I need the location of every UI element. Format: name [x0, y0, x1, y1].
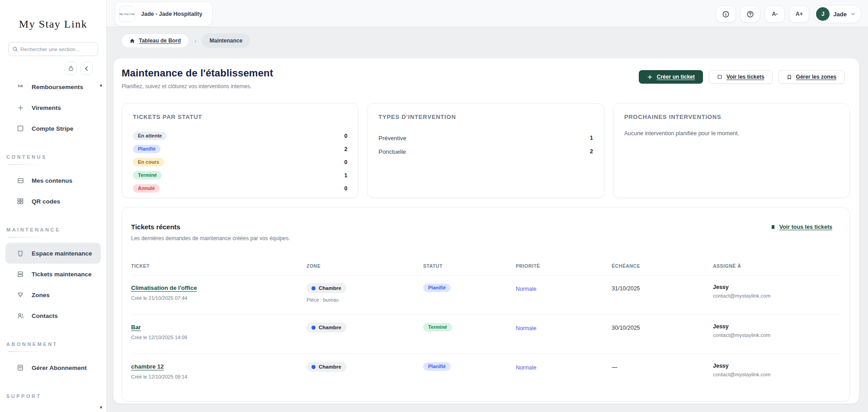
- sidebar-item-mes-contenus[interactable]: Mes contenus: [5, 170, 101, 191]
- ticket-title-link[interactable]: chambre 12: [131, 363, 164, 370]
- section-title: MAINTENANCE: [0, 227, 106, 232]
- status-badge: En cours: [133, 158, 164, 166]
- scroll-up-indicator[interactable]: ▲: [99, 83, 103, 87]
- column-header: Ticket: [131, 263, 307, 275]
- font-increase-button[interactable]: A+: [789, 5, 809, 23]
- ticket-title-link[interactable]: Bar: [131, 324, 141, 331]
- sidebar-item-virements[interactable]: Virements: [5, 97, 101, 118]
- sidebar-item-compte-stripe[interactable]: Compte Stripe: [5, 118, 101, 139]
- create-ticket-button[interactable]: Créer un ticket: [639, 70, 703, 84]
- sidebar-item-gerer-abonnement[interactable]: Gérer Abonnement: [5, 357, 101, 378]
- card-title: TYPES D'INTERVENTION: [378, 114, 593, 120]
- lock-icon: [68, 65, 74, 71]
- user-menu[interactable]: J Jade: [813, 5, 862, 23]
- assignee-name: Jessy: [713, 283, 840, 290]
- sidebar-item-label: Remboursements: [32, 84, 83, 90]
- status-badge: En attente: [133, 132, 167, 140]
- sidebar-item-qr-codes[interactable]: QR codes: [5, 191, 101, 212]
- sidebar-item-label: Mes contenus: [32, 177, 72, 184]
- zone-dot-icon: [311, 286, 316, 290]
- manage-zones-button[interactable]: Gérer les zones: [778, 70, 844, 84]
- section-divider: [8, 351, 45, 352]
- sidebar-section-support: SUPPORT: [0, 393, 106, 399]
- sidebar-item-zones[interactable]: Zones: [5, 284, 101, 305]
- recent-tickets-section: Tickets récents Les dernières demandes d…: [122, 207, 850, 402]
- people-icon: [16, 312, 24, 320]
- scroll-down-indicator[interactable]: ▼: [99, 406, 103, 410]
- tickets-table: Ticket Zone Statut Priorité Échéance Ass…: [131, 263, 840, 393]
- square-icon: [717, 74, 722, 80]
- bookmark-icon: [770, 224, 776, 230]
- lock-button[interactable]: [65, 62, 77, 75]
- sidebar-item-label: Zones: [32, 292, 50, 298]
- status-count: 1: [344, 172, 347, 179]
- sidebar-item-label: Virements: [32, 104, 61, 111]
- ticket-title-link[interactable]: Climatisation de l'office: [131, 284, 197, 291]
- sidebar-item-remboursements[interactable]: Remboursements: [5, 76, 101, 97]
- bookmark-icon: [787, 74, 792, 80]
- card-tickets-par-statut: TICKETS PAR STATUT En attente 0 Planifié…: [122, 103, 359, 198]
- section-divider: [8, 164, 45, 165]
- assignee-email: contact@mystaylink.com: [713, 372, 840, 377]
- view-all-tickets-link[interactable]: Voir tous les tickets: [770, 224, 832, 230]
- recent-tickets-subtitle: Les dernières demandes de maintenance cr…: [131, 235, 290, 242]
- sidebar-item-espace-maintenance[interactable]: Espace maintenance: [5, 243, 101, 264]
- help-button[interactable]: [740, 5, 760, 23]
- card-title: PROCHAINES INTERVENTIONS: [624, 114, 839, 120]
- table-header-row: Ticket Zone Statut Priorité Échéance Ass…: [131, 263, 840, 275]
- section-title: SUPPORT: [0, 393, 106, 399]
- chevron-down-icon: [850, 11, 856, 17]
- empty-state-text: Aucune intervention planifiée pour le mo…: [624, 130, 839, 137]
- info-icon: [722, 10, 730, 18]
- section-title: ABONNEMENT: [0, 341, 106, 347]
- status-badge: Planifié: [423, 362, 451, 371]
- plus-icon: [16, 104, 24, 111]
- font-decrease-button[interactable]: A-: [764, 5, 785, 23]
- qr-grid-icon: [16, 198, 24, 205]
- sidebar-item-tickets-maintenance[interactable]: Tickets maintenance: [5, 264, 101, 284]
- home-icon: [129, 38, 135, 44]
- sidebar: My Stay Link Remboursements Virements: [0, 0, 107, 412]
- table-row: chambre 12 Créé le 12/10/2025 09:14 Cham…: [131, 354, 840, 393]
- zone-dot-icon: [311, 365, 316, 369]
- content-card-icon: [16, 177, 24, 185]
- view-tickets-button[interactable]: Voir les tickets: [709, 70, 773, 84]
- card-title: TICKETS PAR STATUT: [133, 114, 347, 120]
- search-icon: [12, 46, 18, 52]
- sidebar-search[interactable]: [8, 42, 98, 56]
- status-row: Terminé 1: [133, 169, 347, 182]
- main-area: My Stay Link Jade - Jade Hospitality A- …: [107, 0, 868, 412]
- search-input[interactable]: [20, 47, 94, 52]
- status-row: En attente 0: [133, 129, 347, 142]
- workspace-tab[interactable]: My Stay Link Jade - Jade Hospitality: [115, 2, 212, 26]
- sidebar-item-contacts[interactable]: Contacts: [5, 305, 101, 326]
- triangle-zone-icon: [16, 291, 24, 298]
- info-button[interactable]: [716, 5, 736, 23]
- collapse-sidebar-button[interactable]: [80, 62, 93, 75]
- status-row: Annulé 0: [133, 182, 347, 195]
- priority-value: Normale: [516, 283, 612, 292]
- sidebar-section-contenus: CONTENUS Mes contenus QR codes: [0, 154, 106, 212]
- workspace-logo: My Stay Link: [119, 6, 135, 22]
- card-prochaines-interventions: PROCHAINES INTERVENTIONS Aucune interven…: [613, 103, 850, 198]
- status-badge: Terminé: [133, 171, 162, 180]
- status-badge: Planifié: [423, 284, 451, 292]
- breadcrumb-home[interactable]: Tableau de Bord: [121, 33, 189, 48]
- user-name: Jade: [833, 11, 847, 18]
- sidebar-section-abonnement: ABONNEMENT Gérer Abonnement: [0, 341, 106, 378]
- sidebar-section-maintenance: MAINTENANCE Espace maintenance Tickets m…: [0, 227, 106, 326]
- assignee-name: Jessy: [713, 322, 840, 330]
- breadcrumb-separator-icon: ›: [194, 38, 196, 44]
- column-header: Priorité: [516, 263, 612, 275]
- avatar: J: [816, 7, 830, 21]
- topbar: My Stay Link Jade - Jade Hospitality A- …: [107, 0, 868, 27]
- document-icon: [16, 364, 24, 371]
- chevron-left-icon: [84, 66, 90, 71]
- manage-zones-label: Gérer les zones: [796, 74, 836, 80]
- status-badge: Planifié: [133, 145, 160, 153]
- column-header: Échéance: [612, 263, 713, 275]
- type-count: 2: [590, 148, 593, 155]
- due-date: —: [612, 362, 713, 370]
- create-ticket-label: Créer un ticket: [657, 74, 695, 80]
- view-tickets-label: Voir les tickets: [726, 74, 764, 80]
